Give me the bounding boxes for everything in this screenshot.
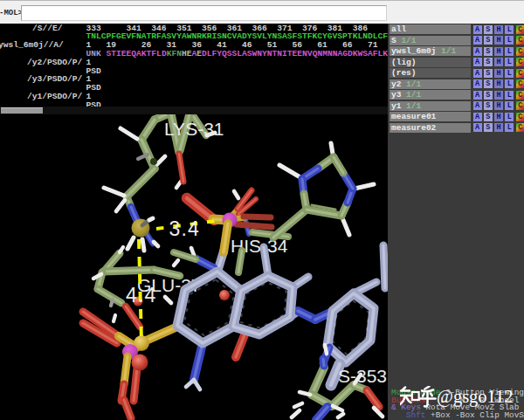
- svg-text:4.4: 4.4: [126, 284, 157, 306]
- svg-text:3.4: 3.4: [169, 217, 201, 240]
- svg-text:S-353: S-353: [338, 366, 387, 386]
- svg-text:LYS-31: LYS-31: [164, 119, 224, 139]
- svg-text:@gsgo112: @gsgo112: [437, 387, 514, 407]
